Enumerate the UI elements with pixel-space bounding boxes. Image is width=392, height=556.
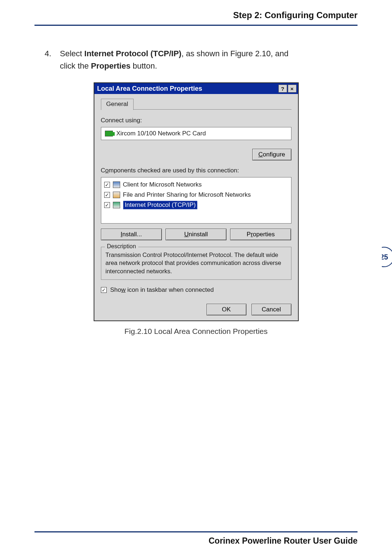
step-bold-properties: Properties (91, 61, 131, 70)
install-button[interactable]: Install... (101, 229, 162, 240)
adapter-field: Xircom 10/100 Network PC Card (101, 127, 291, 140)
cancel-button[interactable]: Cancel (252, 304, 291, 315)
uninstall-button[interactable]: Uninstall (166, 229, 226, 240)
configure-button[interactable]: Configure (252, 149, 291, 160)
instruction-step: 4. Select Internet Protocol (TCP/IP), as… (34, 48, 358, 72)
description-legend: Description (105, 243, 138, 250)
components-label: Components checked are used by this conn… (101, 167, 291, 174)
checkbox-icon[interactable]: ✓ (104, 192, 110, 198)
help-button[interactable]: ? (278, 85, 287, 93)
figure-caption: Fig.2.10 Local Area Connection Propertie… (94, 327, 299, 336)
client-icon (113, 181, 120, 188)
components-listbox[interactable]: ✓ Client for Microsoft Networks ✓ File a… (101, 177, 291, 224)
connection-properties-dialog: Local Area Connection Properties ? × Gen… (94, 82, 299, 321)
step-text: , as shown in Figure 2.10, and (181, 49, 289, 58)
description-text: Transmission Control Protocol/Internet P… (106, 251, 287, 275)
header-rule (34, 25, 358, 26)
dialog-title: Local Area Connection Properties (97, 85, 278, 93)
show-icon-checkbox[interactable]: ✓ (101, 287, 107, 293)
service-icon (113, 192, 120, 198)
step-bold-tcpip: Internet Protocol (TCP/IP) (84, 49, 181, 58)
configure-button-label: onfigure (263, 151, 285, 158)
step-number: 4. (34, 48, 60, 60)
footer-title: Corinex Powerline Router User Guide (34, 536, 358, 546)
list-item[interactable]: ✓ File and Printer Sharing for Microsoft… (104, 190, 288, 200)
protocol-icon (113, 202, 120, 208)
step-text: button. (130, 61, 157, 70)
list-item-label: File and Printer Sharing for Microsoft N… (123, 191, 251, 199)
list-item[interactable]: ✓ Internet Protocol (TCP/IP) (104, 200, 288, 210)
network-card-icon (105, 131, 113, 136)
step-text: Select (60, 49, 84, 58)
checkbox-icon[interactable]: ✓ (104, 182, 110, 188)
checkbox-icon[interactable]: ✓ (104, 202, 110, 208)
page-header: Step 2: Configuring Computer (34, 10, 358, 20)
connect-using-label: Connect using: (101, 117, 291, 124)
footer-rule (34, 531, 358, 532)
description-group: Description Transmission Control Protoco… (101, 247, 291, 280)
ok-button[interactable]: OK (207, 304, 246, 315)
titlebar[interactable]: Local Area Connection Properties ? × (94, 83, 298, 94)
show-icon-label: Show icon in taskbar when connected (110, 286, 214, 294)
list-item[interactable]: ✓ Client for Microsoft Networks (104, 180, 288, 190)
close-button[interactable]: × (288, 85, 297, 93)
adapter-name: Xircom 10/100 Network PC Card (117, 130, 206, 137)
page-number-badge: 25 (374, 247, 392, 267)
step-text: click the (60, 61, 91, 70)
list-item-label: Client for Microsoft Networks (123, 181, 202, 188)
list-item-label-selected: Internet Protocol (TCP/IP) (123, 201, 198, 209)
properties-button[interactable]: Properties (230, 229, 291, 240)
tab-general[interactable]: General (101, 99, 134, 110)
